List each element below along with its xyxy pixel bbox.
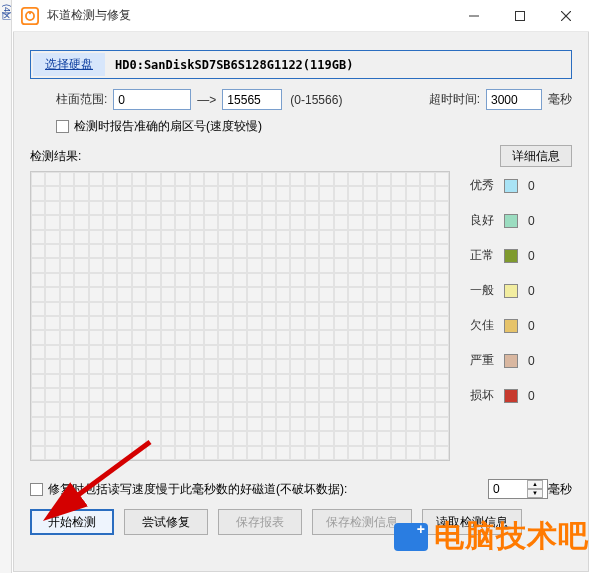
grid-cell: [290, 345, 304, 359]
grid-cell: [204, 186, 218, 200]
grid-cell: [132, 359, 146, 373]
grid-cell: [363, 258, 377, 272]
grid-cell: [363, 215, 377, 229]
grid-cell: [190, 345, 204, 359]
grid-cell: [262, 345, 276, 359]
grid-cell: [74, 287, 88, 301]
grid-cell: [45, 345, 59, 359]
grid-cell: [406, 330, 420, 344]
grid-cell: [146, 186, 160, 200]
grid-cell: [89, 374, 103, 388]
grid-cell: [377, 431, 391, 445]
grid-cell: [276, 244, 290, 258]
grid-cell: [305, 330, 319, 344]
result-header: 检测结果: 详细信息: [30, 145, 572, 167]
grid-cell: [377, 215, 391, 229]
range-from-input[interactable]: [113, 89, 191, 110]
result-label: 检测结果:: [30, 148, 81, 165]
grid-cell: [377, 244, 391, 258]
grid-cell: [262, 431, 276, 445]
grid-cell: [161, 359, 175, 373]
grid-cell: [233, 359, 247, 373]
grid-cell: [262, 258, 276, 272]
grid-cell: [218, 287, 232, 301]
grid-cell: [74, 431, 88, 445]
grid-cell: [319, 417, 333, 431]
grid-cell: [348, 402, 362, 416]
range-to-input[interactable]: [222, 89, 282, 110]
repair-slow-label: 修复时包括读写速度慢于此毫秒数的好磁道(不破坏数据):: [48, 481, 347, 498]
grid-cell: [391, 230, 405, 244]
grid-cell: [175, 172, 189, 186]
grid-cell: [276, 172, 290, 186]
grid-cell: [74, 302, 88, 316]
grid-cell: [377, 359, 391, 373]
repair-slow-checkbox[interactable]: [30, 483, 43, 496]
grid-cell: [146, 446, 160, 460]
grid-cell: [435, 431, 449, 445]
maximize-button[interactable]: [497, 0, 543, 32]
legend-swatch: [504, 214, 518, 228]
grid-cell: [190, 230, 204, 244]
grid-cell: [175, 402, 189, 416]
grid-cell: [161, 215, 175, 229]
grid-cell: [146, 258, 160, 272]
save-report-button[interactable]: 保存报表: [218, 509, 302, 535]
try-repair-button[interactable]: 尝试修复: [124, 509, 208, 535]
grid-cell: [377, 402, 391, 416]
grid-cell: [391, 446, 405, 460]
grid-cell: [190, 273, 204, 287]
save-scan-info-button[interactable]: 保存检测信息: [312, 509, 412, 535]
grid-cell: [363, 273, 377, 287]
grid-cell: [334, 431, 348, 445]
grid-cell: [45, 201, 59, 215]
grid-cell: [117, 302, 131, 316]
grid-cell: [204, 201, 218, 215]
grid-cell: [420, 287, 434, 301]
grid-cell: [262, 330, 276, 344]
grid-cell: [45, 431, 59, 445]
grid-cell: [262, 417, 276, 431]
grid-cell: [103, 258, 117, 272]
grid-cell: [117, 417, 131, 431]
grid-cell: [420, 172, 434, 186]
grid-cell: [89, 417, 103, 431]
minimize-button[interactable]: [451, 0, 497, 32]
grid-cell: [103, 273, 117, 287]
grid-cell: [103, 244, 117, 258]
repair-threshold-spinner[interactable]: ▲▼: [488, 479, 548, 499]
range-label: 柱面范围:: [56, 91, 107, 108]
accurate-report-checkbox[interactable]: [56, 120, 69, 133]
grid-cell: [276, 201, 290, 215]
detail-info-button[interactable]: 详细信息: [500, 145, 572, 167]
grid-cell: [391, 359, 405, 373]
load-scan-info-button[interactable]: 读取检测信息: [422, 509, 522, 535]
grid-cell: [89, 330, 103, 344]
spinner-buttons[interactable]: ▲▼: [527, 480, 543, 498]
grid-cell: [334, 244, 348, 258]
grid-cell: [45, 388, 59, 402]
select-disk-button[interactable]: 选择硬盘: [33, 53, 105, 76]
legend-swatch: [504, 389, 518, 403]
start-scan-button[interactable]: 开始检测: [30, 509, 114, 535]
grid-cell: [247, 345, 261, 359]
grid-cell: [161, 244, 175, 258]
grid-cell: [132, 374, 146, 388]
grid-cell: [132, 402, 146, 416]
grid-cell: [45, 417, 59, 431]
grid-cell: [89, 345, 103, 359]
grid-cell: [305, 201, 319, 215]
grid-cell: [363, 431, 377, 445]
grid-cell: [161, 186, 175, 200]
grid-cell: [103, 302, 117, 316]
repair-threshold-input[interactable]: [489, 481, 527, 497]
close-button[interactable]: [543, 0, 589, 32]
grid-cell: [262, 230, 276, 244]
legend-row: 损坏 0: [470, 387, 570, 404]
timeout-input[interactable]: [486, 89, 542, 110]
grid-cell: [391, 287, 405, 301]
legend-row: 良好 0: [470, 212, 570, 229]
grid-cell: [117, 388, 131, 402]
grid-cell: [363, 402, 377, 416]
grid-cell: [161, 417, 175, 431]
